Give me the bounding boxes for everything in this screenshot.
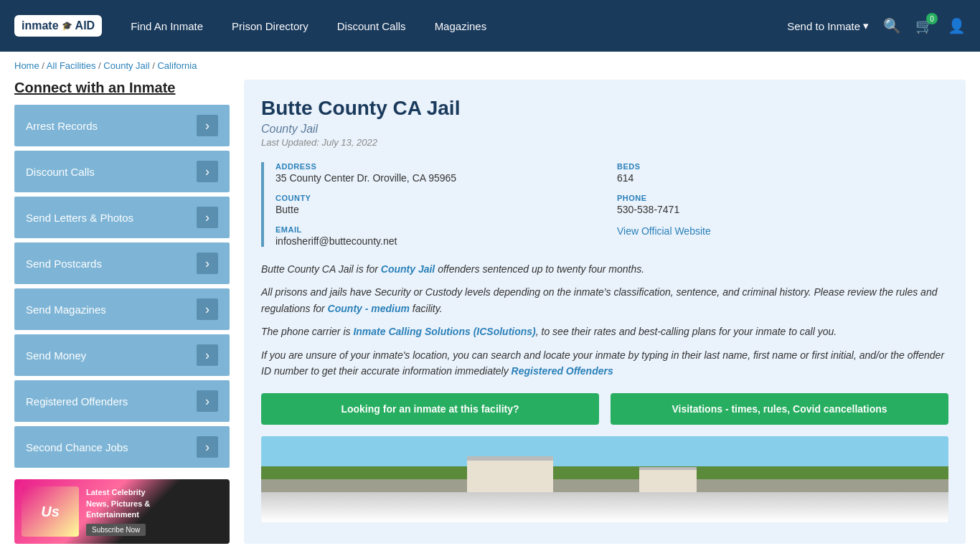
send-to-inmate-button[interactable]: Send to Inmate ▾ (787, 19, 869, 32)
logo: inmate 🎓 AID (14, 15, 102, 37)
arrow-icon: › (197, 298, 218, 320)
address-label: ADDRESS (275, 162, 607, 171)
address-value: 35 County Center Dr. Oroville, CA 95965 (275, 172, 607, 184)
county-medium-link[interactable]: County - medium (328, 303, 410, 314)
county-label: COUNTY (275, 194, 607, 202)
desc1-rest: offenders sentenced up to twenty four mo… (435, 263, 644, 275)
email-value: infosheriff@buttecounty.net (275, 235, 607, 247)
navbar: inmate 🎓 AID Find An Inmate Prison Direc… (0, 0, 980, 52)
description-2: All prisons and jails have Security or C… (261, 284, 948, 316)
description-1: Butte County CA Jail is for County Jail … (261, 261, 948, 277)
sidebar-item-arrest-records[interactable]: Arrest Records › (14, 105, 230, 146)
nav-discount-calls[interactable]: Discount Calls (337, 20, 406, 32)
find-inmate-button[interactable]: Looking for an inmate at this facility? (261, 393, 599, 425)
sidebar-item-label: Second Chance Jobs (26, 441, 128, 453)
beds-block: BEDS 614 (617, 162, 948, 184)
sidebar-item-send-postcards[interactable]: Send Postcards › (14, 242, 230, 284)
facility-content: Butte County CA Jail County Jail Last Up… (244, 80, 966, 544)
phone-block: PHONE 530-538-7471 (617, 194, 948, 215)
website-link[interactable]: View Official Website (617, 225, 711, 237)
breadcrumb-california[interactable]: California (157, 60, 197, 71)
send-to-inmate-label: Send to Inmate (787, 20, 860, 32)
desc2-rest: facility. (410, 303, 443, 314)
visitations-button[interactable]: Visitations - times, rules, Covid cancel… (611, 393, 948, 425)
facility-info-grid: ADDRESS 35 County Center Dr. Oroville, C… (261, 162, 948, 247)
logo-hat-icon: 🎓 (62, 21, 72, 31)
nav-magazines[interactable]: Magazines (435, 20, 487, 32)
desc3-text: The phone carrier is (261, 326, 353, 337)
ad-content: Latest Celebrity News, Pictures & Entert… (86, 487, 150, 535)
sidebar-item-send-magazines[interactable]: Send Magazines › (14, 288, 230, 330)
nav-actions: Send to Inmate ▾ 🔍 🛒 0 👤 (787, 17, 966, 34)
facility-type: County Jail (261, 123, 948, 136)
facility-last-updated: Last Updated: July 13, 2022 (261, 137, 948, 148)
sidebar-item-label: Discount Calls (26, 166, 95, 178)
advertisement[interactable]: Us Latest Celebrity News, Pictures & Ent… (14, 479, 230, 544)
ad-us-logo: Us (41, 504, 60, 520)
sidebar-item-label: Send Letters & Photos (26, 212, 133, 224)
breadcrumb-county-jail[interactable]: County Jail (103, 60, 149, 71)
arrow-icon: › (197, 207, 218, 228)
county-jail-link[interactable]: County Jail (381, 263, 435, 275)
sidebar-menu: Arrest Records › Discount Calls › Send L… (14, 105, 230, 468)
description-3: The phone carrier is Inmate Calling Solu… (261, 324, 948, 339)
arrow-icon: › (197, 253, 218, 274)
sidebar-item-label: Send Postcards (26, 258, 102, 270)
phone-label: PHONE (617, 194, 948, 202)
sidebar-item-label: Registered Offenders (26, 395, 128, 408)
nav-prison-directory[interactable]: Prison Directory (232, 20, 308, 32)
arrow-icon: › (197, 344, 218, 366)
desc1-text: Butte County CA Jail is for (261, 263, 381, 275)
sidebar-item-send-money[interactable]: Send Money › (14, 334, 230, 376)
breadcrumb-home[interactable]: Home (14, 60, 39, 71)
facility-image-inner (261, 436, 948, 522)
nav-links: Find An Inmate Prison Directory Discount… (131, 20, 787, 32)
arrow-icon: › (197, 115, 218, 136)
facility-title: Butte County CA Jail (261, 97, 948, 120)
website-block: View Official Website (617, 225, 948, 247)
search-icon[interactable]: 🔍 (883, 17, 901, 34)
nav-find-inmate[interactable]: Find An Inmate (131, 20, 203, 32)
cart-icon[interactable]: 🛒 0 (915, 17, 933, 34)
phone-value: 530-538-7471 (617, 204, 948, 215)
main-layout: Connect with an Inmate Arrest Records › … (0, 80, 980, 551)
logo-aid-text: AID (75, 19, 95, 32)
icsolutions-link[interactable]: Inmate Calling Solutions (ICSolutions) (353, 326, 535, 337)
desc3-rest: , to see their rates and best-calling pl… (536, 326, 837, 337)
logo-inmate-text: inmate (22, 19, 59, 32)
county-value: Butte (275, 204, 607, 215)
sidebar-item-registered-offenders[interactable]: Registered Offenders › (14, 380, 230, 422)
sidebar-item-send-letters[interactable]: Send Letters & Photos › (14, 197, 230, 238)
cart-badge: 0 (926, 13, 938, 24)
address-block: ADDRESS 35 County Center Dr. Oroville, C… (275, 162, 607, 184)
building-2 (639, 467, 697, 492)
ad-line1: Latest Celebrity (86, 488, 146, 496)
arrow-icon: › (197, 390, 218, 412)
arrow-icon: › (197, 161, 218, 182)
ad-subscribe-button[interactable]: Subscribe Now (86, 524, 146, 536)
ad-line2: News, Pictures & (86, 499, 150, 508)
facility-image (261, 436, 948, 522)
beds-label: BEDS (617, 162, 948, 171)
action-buttons: Looking for an inmate at this facility? … (261, 393, 948, 425)
logo-container[interactable]: inmate 🎓 AID (14, 15, 102, 37)
email-label: EMAIL (275, 225, 607, 234)
ad-line3: Entertainment (86, 510, 139, 519)
beds-value: 614 (617, 172, 948, 184)
sidebar-title: Connect with an Inmate (14, 80, 230, 96)
sidebar-item-label: Send Money (26, 349, 86, 362)
breadcrumb-all-facilities[interactable]: All Facilities (47, 60, 96, 71)
county-block: COUNTY Butte (275, 194, 607, 215)
building-1 (467, 456, 553, 492)
email-block: EMAIL infosheriff@buttecounty.net (275, 225, 607, 247)
sidebar-item-discount-calls[interactable]: Discount Calls › (14, 151, 230, 192)
description-4: If you are unsure of your inmate's locat… (261, 347, 948, 380)
arrow-icon: › (197, 436, 218, 458)
breadcrumb: Home / All Facilities / County Jail / Ca… (0, 52, 980, 80)
sidebar-item-label: Arrest Records (26, 120, 98, 132)
registered-offenders-link[interactable]: Registered Offenders (512, 365, 613, 377)
chevron-down-icon: ▾ (863, 19, 869, 32)
user-icon[interactable]: 👤 (948, 17, 966, 34)
sidebar-item-label: Send Magazines (26, 303, 106, 316)
sidebar-item-second-chance-jobs[interactable]: Second Chance Jobs › (14, 426, 230, 468)
